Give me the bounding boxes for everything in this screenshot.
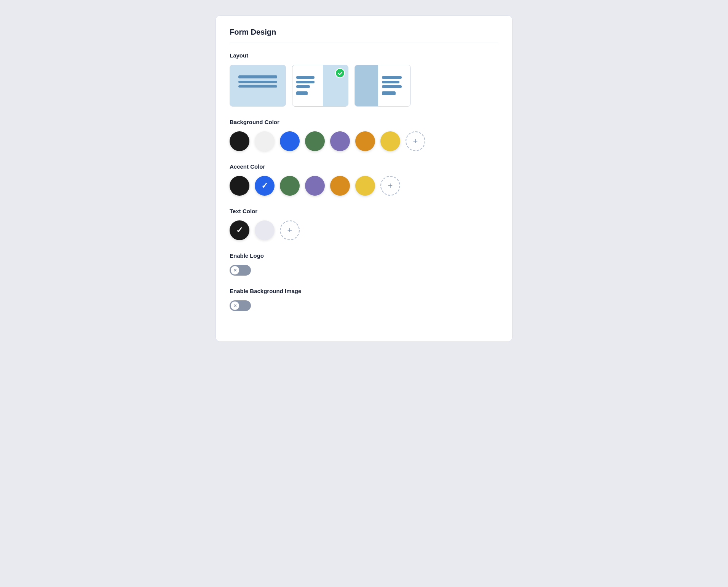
enable-logo-label: Enable Logo <box>230 252 498 259</box>
enable-background-image-label: Enable Background Image <box>230 288 498 294</box>
layout-bar <box>238 81 278 83</box>
add-color-button[interactable]: + <box>406 131 425 151</box>
toggle-knob: ✕ <box>231 301 239 310</box>
layout-section: Layout <box>230 52 498 107</box>
layout-bar <box>382 76 402 79</box>
add-accent-color-button[interactable]: + <box>380 176 400 196</box>
toggle-knob: ✕ <box>231 266 239 274</box>
color-green[interactable] <box>305 131 325 151</box>
layout-bar <box>238 75 278 78</box>
color-purple[interactable] <box>330 131 350 151</box>
panel-title: Form Design <box>230 28 498 43</box>
layout-left <box>292 65 323 106</box>
layout-option-stacked[interactable] <box>230 65 286 107</box>
layout-btn <box>382 91 396 95</box>
form-design-panel: Form Design Layout <box>216 15 512 342</box>
layout-bar <box>238 85 278 88</box>
text-color-label: Text Color <box>230 208 498 214</box>
accent-color-row: ✓ + <box>230 176 498 196</box>
layout-option-two-col[interactable] <box>292 65 348 107</box>
layout-options <box>230 65 498 107</box>
text-color-black[interactable]: ✓ <box>230 220 249 240</box>
enable-background-image-section: Enable Background Image ✕ <box>230 288 498 311</box>
selected-check: ✓ <box>236 226 243 234</box>
enable-logo-toggle[interactable]: ✕ <box>230 265 251 276</box>
background-color-section: Background Color + <box>230 119 498 151</box>
accent-color-green[interactable] <box>280 176 300 196</box>
enable-bg-image-toggle-row: ✕ <box>230 300 498 311</box>
accent-color-black[interactable] <box>230 176 249 196</box>
add-text-color-button[interactable]: + <box>280 220 300 240</box>
selected-check: ✓ <box>261 182 268 190</box>
color-black[interactable] <box>230 131 249 151</box>
layout-bar <box>382 81 399 83</box>
enable-logo-section: Enable Logo ✕ <box>230 252 498 276</box>
layout-label: Layout <box>230 52 498 59</box>
layout-content <box>378 65 410 106</box>
enable-logo-toggle-row: ✕ <box>230 265 498 276</box>
layout-bar <box>296 76 315 79</box>
accent-color-section: Accent Color ✓ + <box>230 163 498 196</box>
accent-color-label: Accent Color <box>230 163 498 170</box>
color-orange[interactable] <box>355 131 375 151</box>
color-yellow[interactable] <box>380 131 400 151</box>
accent-color-purple[interactable] <box>305 176 325 196</box>
text-color-white[interactable] <box>255 220 275 240</box>
layout-bar <box>296 85 310 88</box>
color-blue[interactable] <box>280 131 300 151</box>
accent-color-blue[interactable]: ✓ <box>255 176 275 196</box>
accent-color-yellow[interactable] <box>355 176 375 196</box>
layout-bar <box>382 85 402 88</box>
accent-color-orange[interactable] <box>330 176 350 196</box>
text-color-section: Text Color ✓ + <box>230 208 498 240</box>
color-white[interactable] <box>255 131 275 151</box>
layout-btn-row <box>256 91 259 96</box>
layout-bar <box>296 81 315 83</box>
layout-btn <box>296 91 308 95</box>
text-color-row: ✓ + <box>230 220 498 240</box>
background-color-row: + <box>230 131 498 151</box>
layout-sidebar <box>355 65 378 106</box>
background-color-label: Background Color <box>230 119 498 125</box>
enable-bg-image-toggle[interactable]: ✕ <box>230 300 251 311</box>
layout-option-sidebar[interactable] <box>354 65 411 107</box>
selected-check-badge <box>335 68 345 78</box>
